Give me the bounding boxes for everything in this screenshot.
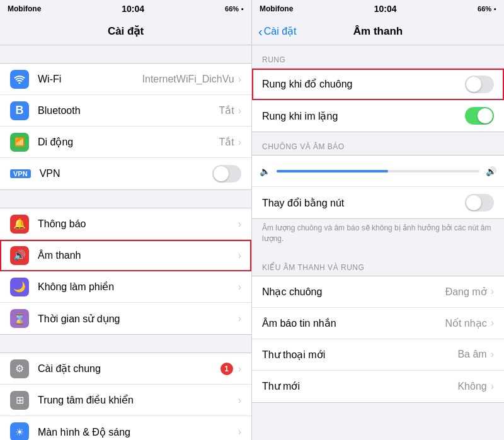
mobile-chevron-icon: ›: [238, 137, 241, 148]
bluetooth-row[interactable]: B Bluetooth Tắt ›: [0, 95, 251, 127]
wifi-value: InternetWiFi_DichVu: [142, 74, 234, 85]
battery-icon: ▪: [241, 5, 244, 13]
volume-low-icon: 🔈: [260, 166, 270, 176]
screentime-chevron-icon: ›: [238, 313, 241, 324]
back-button[interactable]: ‹ Cài đặt: [258, 25, 296, 38]
right-spacer: [252, 403, 504, 420]
left-carrier: Mobifone: [8, 4, 41, 13]
control-row[interactable]: ⊞ Trung tâm điều khiển ›: [0, 385, 251, 416]
general-icon: ⚙: [10, 359, 29, 378]
screentime-icon: ⌛: [10, 309, 29, 328]
thu-thoai-row[interactable]: Thư thoại mới Ba âm ›: [252, 339, 504, 371]
left-nav-title: Cài đặt: [108, 25, 144, 38]
dnd-row[interactable]: 🌙 Không làm phiền ›: [0, 271, 251, 303]
bluetooth-icon: B: [10, 101, 29, 120]
control-icon: ⊞: [10, 391, 29, 410]
wifi-label: Wi-Fi: [38, 74, 142, 85]
display-row[interactable]: ☀ Màn hình & Độ sáng ›: [0, 416, 251, 440]
right-nav-bar: ‹ Cài đặt Âm thanh: [252, 18, 504, 45]
vpn-icon: VPN: [10, 169, 31, 178]
rung-header: RUNG: [252, 45, 504, 68]
am-bao-tin-nhan-row[interactable]: Âm báo tin nhắn Nốt nhạc ›: [252, 308, 504, 339]
volume-fill: [277, 170, 388, 172]
screentime-row[interactable]: ⌛ Thời gian sử dụng ›: [0, 303, 251, 334]
chuong-header: CHUÔNG VÀ ÂM BÁO: [252, 132, 504, 155]
dnd-icon: 🌙: [10, 278, 29, 296]
system-group: ⚙ Cài đặt chung 1 › ⊞ Trung tâm điều khi…: [0, 353, 251, 440]
notification-row[interactable]: 🔔 Thông báo ›: [0, 208, 251, 240]
thu-moi-row[interactable]: Thư mới Không ›: [252, 371, 504, 402]
dnd-chevron-icon: ›: [238, 281, 241, 293]
general-label: Cài đặt chung: [38, 363, 220, 375]
left-right-icons: 66% ▪: [225, 5, 244, 13]
wifi-icon: [10, 70, 29, 89]
rung-im-lang-row[interactable]: Rung khi im lặng: [252, 100, 504, 132]
mobile-row[interactable]: 📶 Di động Tắt ›: [0, 127, 251, 158]
thay-doi-toggle[interactable]: [465, 194, 494, 212]
right-battery-icon: ▪: [494, 5, 496, 13]
vpn-row[interactable]: VPN VPN: [0, 158, 251, 189]
am-bao-tin-nhan-chevron-icon: ›: [491, 317, 494, 329]
left-settings-scroll: Wi-Fi InternetWiFi_DichVu › B Bluetooth …: [0, 45, 251, 440]
nhac-chuong-row[interactable]: Nhạc chuông Đang mở ›: [252, 276, 504, 308]
volume-row[interactable]: 🔈 🔊: [252, 155, 504, 187]
rung-im-lang-toggle[interactable]: [465, 107, 494, 125]
vpn-label: VPN: [40, 168, 212, 179]
thay-doi-label: Thay đổi bằng nút: [262, 197, 465, 209]
general-row[interactable]: ⚙ Cài đặt chung 1 ›: [0, 353, 251, 385]
back-chevron-icon: ‹: [258, 25, 263, 38]
display-icon: ☀: [10, 422, 29, 440]
am-bao-tin-nhan-label: Âm báo tin nhắn: [262, 317, 445, 329]
wifi-row[interactable]: Wi-Fi InternetWiFi_DichVu ›: [0, 64, 251, 95]
chuong-group: 🔈 🔊 Thay đổi bằng nút: [252, 155, 504, 219]
sound-scroll: RUNG Rung khi đổ chuông Rung khi im lặng…: [252, 45, 504, 440]
general-chevron-icon: ›: [238, 363, 241, 375]
connectivity-group: Wi-Fi InternetWiFi_DichVu › B Bluetooth …: [0, 63, 251, 190]
dnd-label: Không làm phiền: [38, 281, 238, 293]
nhac-chuong-label: Nhạc chuông: [262, 286, 445, 298]
rung-do-chuong-toggle[interactable]: [465, 76, 494, 93]
rung-do-chuong-row[interactable]: Rung khi đổ chuông: [252, 69, 504, 100]
thu-moi-chevron-icon: ›: [491, 381, 494, 392]
volume-track[interactable]: [277, 170, 479, 172]
right-time: 10:04: [374, 4, 397, 14]
bluetooth-chevron-icon: ›: [238, 105, 241, 116]
spacer-2: [0, 190, 251, 208]
notification-icon: 🔔: [10, 215, 29, 234]
right-nav-title: Âm thanh: [353, 25, 403, 38]
rung-group: Rung khi đổ chuông Rung khi im lặng: [252, 68, 504, 132]
screentime-label: Thời gian sử dụng: [38, 313, 238, 325]
left-nav-bar: Cài đặt: [0, 18, 251, 45]
display-label: Màn hình & Độ sáng: [38, 426, 238, 438]
left-status-bar: Mobifone 10:04 66% ▪: [0, 0, 251, 18]
left-time: 10:04: [122, 4, 144, 14]
vpn-toggle[interactable]: [212, 165, 241, 183]
volume-note: Âm lượng chuông và âm báo sẽ không bị ản…: [252, 219, 504, 253]
sound-chevron-icon: ›: [238, 250, 241, 261]
control-label: Trung tâm điều khiển: [38, 394, 238, 406]
mobile-icon: 📶: [10, 133, 29, 152]
am-bao-tin-nhan-value: Nốt nhạc: [445, 317, 486, 329]
left-panel: Mobifone 10:04 66% ▪ Cài đặt Wi-Fi Inter…: [0, 0, 252, 440]
sound-row[interactable]: 🔊 Âm thanh ›: [0, 240, 251, 271]
right-right-icons: 66% ▪: [478, 5, 496, 13]
kieu-group: Nhạc chuông Đang mở › Âm báo tin nhắn Nố…: [252, 276, 504, 403]
thu-thoai-value: Ba âm: [457, 349, 486, 360]
rung-im-lang-label: Rung khi im lặng: [262, 110, 465, 122]
spacer-1: [0, 45, 251, 63]
control-chevron-icon: ›: [238, 395, 241, 406]
sound-icon: 🔊: [10, 246, 29, 265]
thay-doi-row[interactable]: Thay đổi bằng nút: [252, 187, 504, 218]
back-label: Cài đặt: [264, 25, 297, 37]
battery-percent: 66%: [225, 5, 239, 13]
sound-label: Âm thanh: [38, 250, 238, 261]
right-battery-percent: 66%: [478, 5, 491, 13]
nhac-chuong-value: Đang mở: [445, 286, 487, 298]
right-carrier: Mobifone: [260, 4, 293, 13]
notification-chevron-icon: ›: [238, 218, 241, 230]
wifi-chevron-icon: ›: [238, 74, 241, 85]
spacer-3: [0, 335, 251, 353]
thu-moi-label: Thư mới: [262, 380, 457, 392]
rung-do-chuong-label: Rung khi đổ chuông: [262, 78, 465, 90]
bluetooth-value: Tắt: [219, 104, 234, 116]
